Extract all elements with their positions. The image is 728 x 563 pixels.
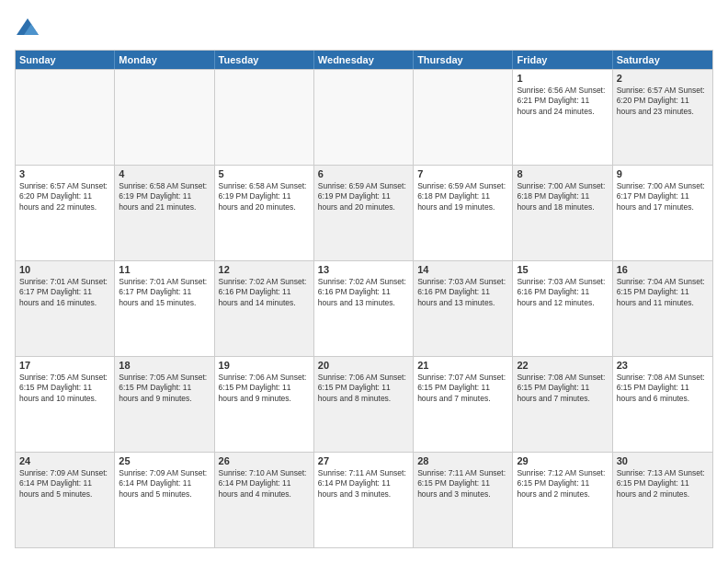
cell-text: Sunrise: 7:06 AM Sunset: 6:15 PM Dayligh…: [219, 373, 310, 404]
cell-text: Sunrise: 6:57 AM Sunset: 6:20 PM Dayligh…: [19, 181, 110, 213]
cal-cell-11: 11Sunrise: 7:01 AM Sunset: 6:17 PM Dayli…: [115, 261, 214, 356]
day-number: 9: [617, 168, 709, 179]
cell-text: Sunrise: 7:01 AM Sunset: 6:17 PM Dayligh…: [119, 277, 210, 308]
cal-cell-26: 26Sunrise: 7:10 AM Sunset: 6:14 PM Dayli…: [215, 453, 314, 547]
day-number: 4: [119, 168, 210, 179]
weekday-header-wednesday: Wednesday: [314, 51, 414, 69]
weekday-header-monday: Monday: [115, 51, 214, 69]
cell-text: Sunrise: 7:07 AM Sunset: 6:15 PM Dayligh…: [417, 373, 508, 404]
calendar-row-1: 3Sunrise: 6:57 AM Sunset: 6:20 PM Daylig…: [16, 165, 712, 260]
day-number: 17: [19, 360, 110, 371]
cal-cell-2: 2Sunrise: 6:57 AM Sunset: 6:20 PM Daylig…: [613, 70, 712, 165]
day-number: 27: [318, 455, 409, 466]
cal-cell-empty-4: [414, 70, 513, 165]
cal-cell-empty-2: [215, 70, 314, 165]
header: [15, 15, 713, 40]
cal-cell-1: 1Sunrise: 6:56 AM Sunset: 6:21 PM Daylig…: [513, 70, 612, 165]
cal-cell-17: 17Sunrise: 7:05 AM Sunset: 6:15 PM Dayli…: [16, 357, 115, 452]
cell-text: Sunrise: 7:02 AM Sunset: 6:16 PM Dayligh…: [318, 277, 409, 308]
weekday-header-saturday: Saturday: [613, 51, 712, 69]
cell-text: Sunrise: 7:05 AM Sunset: 6:15 PM Dayligh…: [19, 373, 110, 404]
cell-text: Sunrise: 7:13 AM Sunset: 6:15 PM Dayligh…: [617, 468, 709, 500]
cal-cell-27: 27Sunrise: 7:11 AM Sunset: 6:14 PM Dayli…: [314, 453, 414, 547]
cell-text: Sunrise: 7:03 AM Sunset: 6:16 PM Dayligh…: [517, 277, 608, 308]
calendar-header: SundayMondayTuesdayWednesdayThursdayFrid…: [16, 51, 712, 69]
logo-icon: [15, 15, 40, 40]
day-number: 5: [219, 168, 310, 179]
cal-cell-empty-0: [16, 70, 115, 165]
day-number: 30: [617, 455, 709, 466]
cal-cell-8: 8Sunrise: 7:00 AM Sunset: 6:18 PM Daylig…: [513, 166, 612, 260]
calendar-body: 1Sunrise: 6:56 AM Sunset: 6:21 PM Daylig…: [16, 69, 712, 547]
cell-text: Sunrise: 6:57 AM Sunset: 6:20 PM Dayligh…: [617, 86, 709, 117]
cal-cell-9: 9Sunrise: 7:00 AM Sunset: 6:17 PM Daylig…: [613, 166, 712, 260]
day-number: 24: [19, 455, 110, 466]
cal-cell-5: 5Sunrise: 6:58 AM Sunset: 6:19 PM Daylig…: [215, 166, 314, 260]
cal-cell-empty-1: [115, 70, 214, 165]
cell-text: Sunrise: 6:56 AM Sunset: 6:21 PM Dayligh…: [517, 86, 608, 117]
cal-cell-23: 23Sunrise: 7:08 AM Sunset: 6:15 PM Dayli…: [613, 357, 712, 452]
calendar-row-3: 17Sunrise: 7:05 AM Sunset: 6:15 PM Dayli…: [16, 356, 712, 452]
cal-cell-7: 7Sunrise: 6:59 AM Sunset: 6:18 PM Daylig…: [414, 166, 513, 260]
cal-cell-15: 15Sunrise: 7:03 AM Sunset: 6:16 PM Dayli…: [513, 261, 612, 356]
cell-text: Sunrise: 7:09 AM Sunset: 6:14 PM Dayligh…: [19, 468, 110, 500]
cell-text: Sunrise: 7:06 AM Sunset: 6:15 PM Dayligh…: [318, 373, 409, 404]
cal-cell-6: 6Sunrise: 6:59 AM Sunset: 6:19 PM Daylig…: [314, 166, 414, 260]
cell-text: Sunrise: 7:04 AM Sunset: 6:15 PM Dayligh…: [617, 277, 709, 308]
day-number: 25: [119, 455, 210, 466]
day-number: 20: [318, 360, 409, 371]
day-number: 7: [417, 168, 508, 179]
day-number: 6: [318, 168, 409, 179]
cell-text: Sunrise: 7:00 AM Sunset: 6:17 PM Dayligh…: [617, 181, 709, 213]
day-number: 21: [417, 360, 508, 371]
cal-cell-10: 10Sunrise: 7:01 AM Sunset: 6:17 PM Dayli…: [16, 261, 115, 356]
day-number: 19: [219, 360, 310, 371]
day-number: 11: [119, 264, 210, 275]
cal-cell-28: 28Sunrise: 7:11 AM Sunset: 6:15 PM Dayli…: [414, 453, 513, 547]
cal-cell-24: 24Sunrise: 7:09 AM Sunset: 6:14 PM Dayli…: [16, 453, 115, 547]
cell-text: Sunrise: 7:09 AM Sunset: 6:14 PM Dayligh…: [119, 468, 210, 500]
weekday-header-sunday: Sunday: [16, 51, 115, 69]
calendar-row-4: 24Sunrise: 7:09 AM Sunset: 6:14 PM Dayli…: [16, 452, 712, 547]
cal-cell-29: 29Sunrise: 7:12 AM Sunset: 6:15 PM Dayli…: [513, 453, 612, 547]
day-number: 22: [517, 360, 608, 371]
cal-cell-12: 12Sunrise: 7:02 AM Sunset: 6:16 PM Dayli…: [215, 261, 314, 356]
day-number: 16: [617, 264, 709, 275]
calendar: SundayMondayTuesdayWednesdayThursdayFrid…: [15, 50, 713, 548]
day-number: 2: [617, 73, 709, 84]
cal-cell-21: 21Sunrise: 7:07 AM Sunset: 6:15 PM Dayli…: [414, 357, 513, 452]
cell-text: Sunrise: 7:00 AM Sunset: 6:18 PM Dayligh…: [517, 181, 608, 213]
cal-cell-3: 3Sunrise: 6:57 AM Sunset: 6:20 PM Daylig…: [16, 166, 115, 260]
day-number: 8: [517, 168, 608, 179]
weekday-header-friday: Friday: [513, 51, 612, 69]
cell-text: Sunrise: 6:58 AM Sunset: 6:19 PM Dayligh…: [219, 181, 310, 213]
cal-cell-16: 16Sunrise: 7:04 AM Sunset: 6:15 PM Dayli…: [613, 261, 712, 356]
cell-text: Sunrise: 7:10 AM Sunset: 6:14 PM Dayligh…: [219, 468, 310, 500]
logo: [15, 15, 44, 40]
cell-text: Sunrise: 7:11 AM Sunset: 6:15 PM Dayligh…: [417, 468, 508, 500]
cal-cell-13: 13Sunrise: 7:02 AM Sunset: 6:16 PM Dayli…: [314, 261, 414, 356]
cal-cell-22: 22Sunrise: 7:08 AM Sunset: 6:15 PM Dayli…: [513, 357, 612, 452]
cell-text: Sunrise: 7:01 AM Sunset: 6:17 PM Dayligh…: [19, 277, 110, 308]
day-number: 28: [417, 455, 508, 466]
page: SundayMondayTuesdayWednesdayThursdayFrid…: [0, 0, 728, 563]
day-number: 13: [318, 264, 409, 275]
cell-text: Sunrise: 6:58 AM Sunset: 6:19 PM Dayligh…: [119, 181, 210, 213]
cal-cell-20: 20Sunrise: 7:06 AM Sunset: 6:15 PM Dayli…: [314, 357, 414, 452]
day-number: 26: [219, 455, 310, 466]
cal-cell-14: 14Sunrise: 7:03 AM Sunset: 6:16 PM Dayli…: [414, 261, 513, 356]
cal-cell-4: 4Sunrise: 6:58 AM Sunset: 6:19 PM Daylig…: [115, 166, 214, 260]
cell-text: Sunrise: 6:59 AM Sunset: 6:18 PM Dayligh…: [417, 181, 508, 213]
day-number: 10: [19, 264, 110, 275]
weekday-header-tuesday: Tuesday: [215, 51, 314, 69]
day-number: 29: [517, 455, 608, 466]
day-number: 3: [19, 168, 110, 179]
cal-cell-25: 25Sunrise: 7:09 AM Sunset: 6:14 PM Dayli…: [115, 453, 214, 547]
calendar-row-2: 10Sunrise: 7:01 AM Sunset: 6:17 PM Dayli…: [16, 260, 712, 356]
cal-cell-18: 18Sunrise: 7:05 AM Sunset: 6:15 PM Dayli…: [115, 357, 214, 452]
cal-cell-30: 30Sunrise: 7:13 AM Sunset: 6:15 PM Dayli…: [613, 453, 712, 547]
day-number: 23: [617, 360, 709, 371]
day-number: 14: [417, 264, 508, 275]
day-number: 15: [517, 264, 608, 275]
cell-text: Sunrise: 7:08 AM Sunset: 6:15 PM Dayligh…: [517, 373, 608, 404]
